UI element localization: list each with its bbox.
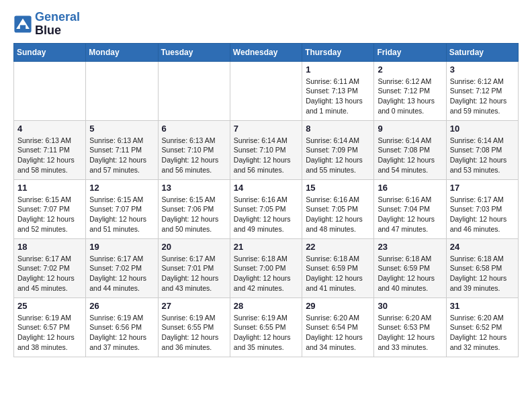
day-number: 13 — [162, 183, 226, 193]
day-header-monday: Monday — [86, 43, 158, 61]
day-info: Sunrise: 6:19 AMSunset: 6:57 PMDaylight:… — [17, 313, 82, 353]
calendar-cell: 25Sunrise: 6:19 AMSunset: 6:57 PMDayligh… — [14, 298, 86, 357]
day-info: Sunrise: 6:20 AMSunset: 6:52 PMDaylight:… — [450, 313, 515, 353]
day-number: 1 — [306, 64, 370, 75]
day-number: 29 — [306, 301, 370, 311]
day-number: 30 — [378, 301, 442, 311]
day-number: 19 — [89, 242, 154, 252]
day-number: 15 — [306, 183, 370, 193]
logo: General Blue — [13, 11, 80, 38]
day-header-friday: Friday — [374, 43, 446, 61]
calendar-cell: 10Sunrise: 6:14 AMSunset: 7:08 PMDayligh… — [446, 120, 518, 179]
day-header-saturday: Saturday — [446, 43, 518, 61]
day-number: 12 — [89, 183, 154, 193]
day-number: 8 — [306, 124, 370, 134]
page-header: General Blue — [13, 11, 519, 38]
calendar-cell: 31Sunrise: 6:20 AMSunset: 6:52 PMDayligh… — [446, 298, 518, 357]
day-info: Sunrise: 6:14 AMSunset: 7:08 PMDaylight:… — [378, 136, 442, 175]
day-number: 5 — [89, 124, 154, 134]
calendar-cell: 13Sunrise: 6:15 AMSunset: 7:06 PMDayligh… — [158, 179, 230, 238]
day-info: Sunrise: 6:18 AMSunset: 6:58 PMDaylight:… — [450, 254, 515, 293]
day-number: 23 — [378, 242, 442, 252]
calendar-cell: 11Sunrise: 6:15 AMSunset: 7:07 PMDayligh… — [14, 179, 86, 238]
calendar-cell: 21Sunrise: 6:18 AMSunset: 7:00 PMDayligh… — [230, 238, 302, 298]
day-number: 16 — [378, 183, 442, 193]
day-number: 20 — [162, 242, 226, 252]
calendar-cell: 22Sunrise: 6:18 AMSunset: 6:59 PMDayligh… — [302, 238, 374, 298]
svg-rect-2 — [20, 25, 26, 29]
day-info: Sunrise: 6:18 AMSunset: 6:59 PMDaylight:… — [306, 254, 370, 293]
day-info: Sunrise: 6:14 AMSunset: 7:09 PMDaylight:… — [306, 136, 370, 175]
day-info: Sunrise: 6:12 AMSunset: 7:12 PMDaylight:… — [378, 77, 442, 116]
day-info: Sunrise: 6:17 AMSunset: 7:02 PMDaylight:… — [17, 254, 82, 293]
day-number: 3 — [450, 64, 515, 75]
day-number: 21 — [234, 242, 298, 252]
day-info: Sunrise: 6:13 AMSunset: 7:11 PMDaylight:… — [17, 136, 82, 175]
day-number: 4 — [17, 124, 82, 134]
calendar-cell: 20Sunrise: 6:17 AMSunset: 7:01 PMDayligh… — [158, 238, 230, 298]
calendar-cell: 3Sunrise: 6:12 AMSunset: 7:12 PMDaylight… — [446, 61, 518, 120]
day-info: Sunrise: 6:14 AMSunset: 7:08 PMDaylight:… — [450, 136, 515, 175]
day-info: Sunrise: 6:20 AMSunset: 6:54 PMDaylight:… — [306, 313, 370, 353]
calendar-cell: 2Sunrise: 6:12 AMSunset: 7:12 PMDaylight… — [374, 61, 446, 120]
day-number: 6 — [162, 124, 226, 134]
calendar-cell: 27Sunrise: 6:19 AMSunset: 6:55 PMDayligh… — [158, 298, 230, 357]
day-info: Sunrise: 6:11 AMSunset: 7:13 PMDaylight:… — [306, 77, 370, 116]
day-number: 28 — [234, 301, 298, 311]
logo-text: General Blue — [35, 11, 80, 38]
calendar-cell: 9Sunrise: 6:14 AMSunset: 7:08 PMDaylight… — [374, 120, 446, 179]
day-info: Sunrise: 6:13 AMSunset: 7:11 PMDaylight:… — [89, 136, 154, 175]
calendar-table: SundayMondayTuesdayWednesdayThursdayFrid… — [13, 43, 519, 357]
day-info: Sunrise: 6:19 AMSunset: 6:55 PMDaylight:… — [234, 313, 298, 353]
calendar-cell: 4Sunrise: 6:13 AMSunset: 7:11 PMDaylight… — [14, 120, 86, 179]
day-header-thursday: Thursday — [302, 43, 374, 61]
day-number: 22 — [306, 242, 370, 252]
day-info: Sunrise: 6:17 AMSunset: 7:03 PMDaylight:… — [450, 195, 515, 234]
day-number: 10 — [450, 124, 515, 134]
day-number: 2 — [378, 64, 442, 75]
day-info: Sunrise: 6:20 AMSunset: 6:53 PMDaylight:… — [378, 313, 442, 353]
day-info: Sunrise: 6:16 AMSunset: 7:05 PMDaylight:… — [306, 195, 370, 234]
calendar-cell: 16Sunrise: 6:16 AMSunset: 7:04 PMDayligh… — [374, 179, 446, 238]
day-number: 11 — [17, 183, 82, 193]
logo-icon — [13, 15, 32, 34]
calendar-cell: 26Sunrise: 6:19 AMSunset: 6:56 PMDayligh… — [86, 298, 158, 357]
calendar-cell: 8Sunrise: 6:14 AMSunset: 7:09 PMDaylight… — [302, 120, 374, 179]
calendar-cell — [14, 61, 86, 120]
day-number: 9 — [378, 124, 442, 134]
day-number: 27 — [162, 301, 226, 311]
day-info: Sunrise: 6:18 AMSunset: 6:59 PMDaylight:… — [378, 254, 442, 293]
calendar-cell: 19Sunrise: 6:17 AMSunset: 7:02 PMDayligh… — [86, 238, 158, 298]
calendar-cell: 7Sunrise: 6:14 AMSunset: 7:10 PMDaylight… — [230, 120, 302, 179]
calendar-cell — [86, 61, 158, 120]
day-info: Sunrise: 6:17 AMSunset: 7:01 PMDaylight:… — [162, 254, 226, 293]
day-info: Sunrise: 6:12 AMSunset: 7:12 PMDaylight:… — [450, 77, 515, 116]
calendar-cell: 17Sunrise: 6:17 AMSunset: 7:03 PMDayligh… — [446, 179, 518, 238]
day-info: Sunrise: 6:17 AMSunset: 7:02 PMDaylight:… — [89, 254, 154, 293]
day-number: 14 — [234, 183, 298, 193]
calendar-cell: 6Sunrise: 6:13 AMSunset: 7:10 PMDaylight… — [158, 120, 230, 179]
day-info: Sunrise: 6:13 AMSunset: 7:10 PMDaylight:… — [162, 136, 226, 175]
calendar-cell: 23Sunrise: 6:18 AMSunset: 6:59 PMDayligh… — [374, 238, 446, 298]
day-number: 31 — [450, 301, 515, 311]
day-number: 25 — [17, 301, 82, 311]
calendar-cell — [230, 61, 302, 120]
day-info: Sunrise: 6:15 AMSunset: 7:07 PMDaylight:… — [89, 195, 154, 234]
day-number: 24 — [450, 242, 515, 252]
day-info: Sunrise: 6:14 AMSunset: 7:10 PMDaylight:… — [234, 136, 298, 175]
calendar-cell: 28Sunrise: 6:19 AMSunset: 6:55 PMDayligh… — [230, 298, 302, 357]
day-info: Sunrise: 6:18 AMSunset: 7:00 PMDaylight:… — [234, 254, 298, 293]
day-number: 17 — [450, 183, 515, 193]
day-number: 26 — [89, 301, 154, 311]
calendar-cell: 15Sunrise: 6:16 AMSunset: 7:05 PMDayligh… — [302, 179, 374, 238]
day-info: Sunrise: 6:19 AMSunset: 6:55 PMDaylight:… — [162, 313, 226, 353]
calendar-cell: 5Sunrise: 6:13 AMSunset: 7:11 PMDaylight… — [86, 120, 158, 179]
calendar-cell — [158, 61, 230, 120]
calendar-cell: 14Sunrise: 6:16 AMSunset: 7:05 PMDayligh… — [230, 179, 302, 238]
calendar-cell: 30Sunrise: 6:20 AMSunset: 6:53 PMDayligh… — [374, 298, 446, 357]
calendar-cell: 24Sunrise: 6:18 AMSunset: 6:58 PMDayligh… — [446, 238, 518, 298]
day-header-tuesday: Tuesday — [158, 43, 230, 61]
day-number: 7 — [234, 124, 298, 134]
calendar-cell: 18Sunrise: 6:17 AMSunset: 7:02 PMDayligh… — [14, 238, 86, 298]
calendar-cell: 1Sunrise: 6:11 AMSunset: 7:13 PMDaylight… — [302, 61, 374, 120]
